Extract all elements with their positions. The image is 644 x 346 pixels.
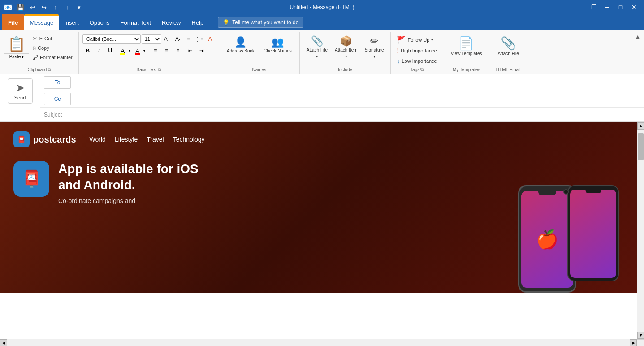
format-painter-button[interactable]: 🖌 Format Painter: [30, 53, 75, 62]
app-subtitle: Co-ordinate campaigns and: [58, 197, 199, 204]
close-button[interactable]: ✕: [628, 1, 640, 13]
subject-row: Subject: [0, 108, 644, 122]
menu-options[interactable]: Options: [84, 14, 115, 30]
tell-me-text: Tell me what you want to do: [232, 19, 298, 26]
postcards-logo: 📮 postcards: [13, 131, 76, 147]
scroll-down-button[interactable]: ▼: [637, 332, 644, 339]
menu-help[interactable]: Help: [186, 14, 209, 30]
font-color-dropdown-icon[interactable]: ▾: [142, 46, 147, 56]
nav-technology[interactable]: Technology: [173, 136, 205, 143]
view-templates-icon: 📄: [458, 37, 474, 50]
qat-dropdown-button[interactable]: ▾: [73, 2, 84, 13]
phone-back-screen: 🍎: [521, 191, 573, 288]
highlight-dropdown-icon[interactable]: ▾: [127, 46, 132, 56]
attach-file-label: Attach File: [307, 48, 328, 53]
html-email-label: HTML Email: [494, 66, 523, 74]
ribbon-collapse-button[interactable]: ▲: [633, 32, 642, 41]
scroll-corner: [637, 339, 644, 346]
nav-world[interactable]: World: [90, 136, 106, 143]
align-center-button[interactable]: ≡: [161, 46, 172, 56]
cut-label: ✂ Cut: [39, 36, 52, 42]
increase-indent-button[interactable]: ⇥: [196, 46, 207, 56]
high-importance-button[interactable]: ! High Importance: [394, 46, 439, 56]
follow-up-icon: 🚩: [397, 35, 406, 44]
scroll-thumb[interactable]: [638, 133, 644, 160]
up-qat-button[interactable]: ↑: [50, 2, 61, 13]
redo-qat-button[interactable]: ↪: [39, 2, 49, 13]
bullets-button[interactable]: ≡: [184, 34, 194, 44]
undo-qat-button[interactable]: ↩: [27, 2, 38, 13]
italic-button[interactable]: I: [94, 46, 104, 56]
names-label: Names: [223, 66, 296, 74]
check-names-button[interactable]: 👥 Check Names: [259, 34, 296, 57]
save-qat-button[interactable]: 💾: [15, 2, 26, 13]
clipboard-expand-icon[interactable]: ⧉: [48, 67, 51, 72]
scroll-up-button[interactable]: ▲: [637, 122, 644, 130]
low-importance-button[interactable]: ↓ Low Importance: [394, 56, 439, 66]
nav-lifestyle[interactable]: Lifestyle: [115, 136, 138, 143]
bold-button[interactable]: B: [82, 46, 93, 56]
decrease-indent-button[interactable]: ⇤: [185, 46, 196, 56]
down-qat-button[interactable]: ↓: [62, 2, 73, 13]
postcards-banner: 📮 postcards World Lifestyle Travel Techn…: [0, 122, 637, 293]
html-attach-file-label: Attach File: [498, 51, 519, 56]
maximize-button[interactable]: □: [614, 1, 627, 13]
attach-file-dropdown[interactable]: ▾: [316, 54, 318, 59]
send-label: Send: [14, 95, 26, 100]
align-right-button[interactable]: ≡: [173, 46, 183, 56]
paste-button[interactable]: 📋 Paste▾: [4, 34, 30, 60]
align-left-button[interactable]: ≡: [150, 46, 161, 56]
cc-input[interactable]: [74, 94, 644, 104]
cut-button[interactable]: ✂ ✂ Cut: [30, 34, 75, 43]
follow-up-button[interactable]: 🚩 Follow Up ▾: [394, 34, 439, 45]
numbering-button[interactable]: ⋮≡: [194, 34, 204, 44]
font-family-select[interactable]: Calibri (Boc...: [82, 34, 141, 44]
underline-button[interactable]: U: [105, 46, 116, 56]
font-size-select[interactable]: 11: [142, 34, 161, 44]
include-label: Include: [303, 66, 387, 74]
nav-travel[interactable]: Travel: [147, 136, 164, 143]
menu-file[interactable]: File: [2, 14, 24, 30]
font-clear-button[interactable]: A: [205, 34, 215, 44]
email-body[interactable]: 📮 postcards World Lifestyle Travel Techn…: [0, 122, 637, 339]
signature-button[interactable]: ✏ Signature ▾: [362, 34, 387, 61]
restore-button[interactable]: ❐: [588, 1, 600, 13]
vertical-scrollbar: ▲ ▼: [637, 122, 644, 339]
basic-text-expand-icon[interactable]: ⧉: [158, 67, 161, 72]
font-grow-button[interactable]: A+: [162, 34, 172, 44]
scroll-left-button[interactable]: ◀: [0, 339, 7, 346]
my-templates-label: My Templates: [447, 66, 486, 74]
font-color-button[interactable]: A ▾: [133, 45, 147, 56]
attach-file-button[interactable]: 📎 Attach File ▾: [303, 34, 331, 61]
html-attach-file-button[interactable]: 📎 Attach File: [494, 34, 523, 60]
attach-item-dropdown[interactable]: ▾: [345, 54, 347, 59]
highlight-icon: A: [119, 46, 127, 56]
cc-button[interactable]: Cc: [44, 93, 71, 105]
subject-input[interactable]: [67, 109, 644, 120]
menu-insert[interactable]: Insert: [59, 14, 84, 30]
copy-button[interactable]: ⎘ Copy: [30, 43, 75, 52]
address-book-icon: 👤: [234, 37, 246, 47]
to-input[interactable]: [74, 78, 644, 88]
font-shrink-button[interactable]: A-: [173, 34, 183, 44]
minimize-button[interactable]: ─: [601, 1, 614, 13]
logo-symbol: 📮: [17, 135, 26, 144]
address-book-button[interactable]: 👤 Address Book: [223, 34, 259, 57]
menu-format-text[interactable]: Format Text: [115, 14, 156, 30]
signature-dropdown[interactable]: ▾: [373, 54, 376, 59]
scroll-right-button[interactable]: ▶: [630, 339, 637, 346]
phone-back-notch: [538, 190, 556, 195]
menu-review[interactable]: Review: [156, 14, 186, 30]
follow-up-dropdown[interactable]: ▾: [431, 38, 433, 42]
tags-expand-icon[interactable]: ⧉: [420, 67, 424, 72]
view-templates-button[interactable]: 📄 View Templates: [447, 34, 486, 60]
window-title: Untitled - Message (HTML): [290, 4, 354, 10]
to-button[interactable]: To: [44, 76, 71, 89]
highlight-color-button[interactable]: A ▾: [118, 45, 133, 56]
tags-group: 🚩 Follow Up ▾ ! High Importance ↓ Low Im…: [391, 32, 443, 74]
attach-item-button[interactable]: 📦 Attach Item ▾: [332, 34, 361, 61]
menu-message[interactable]: Message: [24, 14, 59, 30]
send-button[interactable]: ➤ Send: [8, 78, 33, 104]
tell-me-box[interactable]: 💡 Tell me what you want to do: [218, 17, 303, 28]
horizontal-scrollbar-area: ◀ ▶: [0, 339, 644, 346]
